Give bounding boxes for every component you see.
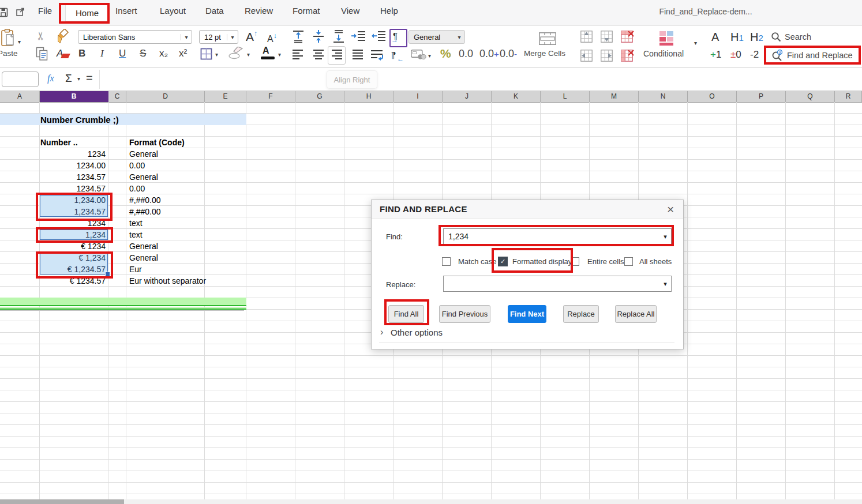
menu-insert[interactable]: Insert (115, 6, 137, 16)
background-color-dropdown-icon[interactable]: ▾ (247, 51, 250, 58)
style-neutral-button[interactable]: ±0 (730, 49, 741, 61)
cut-icon[interactable]: ✂ (34, 32, 47, 41)
all-sheets-checkbox[interactable] (624, 257, 633, 266)
column-header-r[interactable]: R (835, 91, 862, 102)
search-label[interactable]: Search (785, 32, 811, 42)
conditional-dropdown-icon[interactable]: ▾ (694, 40, 697, 46)
column-header-g[interactable]: G (295, 91, 344, 102)
insert-rows-below-icon[interactable] (601, 31, 613, 43)
font-name-combo[interactable]: Liberation Sans ▾ (78, 30, 192, 44)
borders-icon[interactable] (200, 48, 212, 60)
cell-d12[interactable]: text (129, 229, 256, 240)
left-to-right-icon[interactable]: ¶ → (393, 31, 398, 41)
center-horizontally-icon[interactable] (312, 48, 325, 61)
style-default-button[interactable]: A (711, 31, 719, 44)
search-icon[interactable] (771, 32, 781, 42)
column-header-d[interactable]: D (126, 91, 205, 102)
strikethrough-button[interactable]: S (140, 48, 146, 59)
find-previous-button[interactable]: Find Previous (439, 305, 490, 323)
currency-format-icon[interactable] (411, 50, 426, 60)
justify-icon[interactable] (351, 48, 365, 61)
menu-file[interactable]: File (38, 6, 52, 16)
style-heading1-button[interactable]: H1 (730, 31, 744, 44)
delete-columns-icon[interactable] (621, 50, 634, 62)
align-bottom-icon[interactable] (332, 29, 346, 43)
subscript-button[interactable]: x₂ (159, 48, 168, 59)
menu-format[interactable]: Format (293, 6, 320, 16)
replace-all-button[interactable]: Replace All (615, 305, 657, 323)
cell-b6[interactable]: 1234.00 (40, 160, 106, 171)
column-header-a[interactable]: A (0, 91, 40, 102)
center-vertically-icon[interactable] (312, 29, 325, 43)
replace-input[interactable]: ▾ (443, 276, 672, 292)
grow-font-icon[interactable]: A↑ (246, 29, 257, 44)
superscript-button[interactable]: x² (179, 48, 187, 59)
horizontal-scrollbar-track[interactable] (0, 499, 862, 504)
function-wizard-icon[interactable]: fx (47, 73, 54, 84)
delete-rows-icon[interactable] (621, 31, 634, 43)
right-to-left-icon[interactable]: ¶ ← (391, 50, 396, 60)
column-header-q[interactable]: Q (786, 91, 835, 102)
cell-d7[interactable]: General (129, 171, 256, 183)
name-box-input[interactable] (2, 72, 39, 87)
underline-button[interactable]: U (119, 48, 126, 59)
cell-d5[interactable]: General (129, 148, 256, 160)
insert-columns-after-icon[interactable] (601, 50, 613, 62)
add-decimal-icon[interactable]: 0.0+ (479, 48, 499, 60)
menu-review[interactable]: Review (245, 6, 273, 16)
sum-icon[interactable]: Σ (65, 72, 72, 85)
column-header-m[interactable]: M (590, 91, 639, 102)
style-good-button[interactable]: +1 (710, 49, 721, 61)
replace-button[interactable]: Replace (563, 305, 599, 323)
column-header-p[interactable]: P (737, 91, 786, 102)
align-right-icon[interactable] (329, 48, 343, 61)
conditional-label[interactable]: Conditional (643, 49, 684, 58)
column-header-b-selected[interactable]: B (40, 91, 108, 102)
other-options-expander[interactable]: Other options (391, 328, 443, 337)
horizontal-scrollbar-thumb[interactable] (0, 499, 124, 504)
number-format-dropdown-icon[interactable]: ▾ (454, 34, 464, 40)
menu-view[interactable]: View (341, 6, 359, 16)
copy-icon[interactable] (36, 47, 48, 61)
close-icon[interactable]: × (667, 202, 674, 216)
cell-d14[interactable]: General (129, 252, 256, 264)
column-header-e[interactable]: E (205, 91, 246, 102)
currency-dropdown-icon[interactable]: ▾ (428, 52, 431, 59)
menu-layout[interactable]: Layout (160, 6, 186, 16)
column-header-j[interactable]: J (443, 91, 492, 102)
match-case-checkbox[interactable] (442, 257, 451, 266)
borders-dropdown-icon[interactable]: ▾ (215, 51, 218, 58)
font-color-dropdown-icon[interactable]: ▾ (278, 51, 281, 58)
align-top-icon[interactable] (291, 29, 305, 43)
formula-input[interactable] (104, 71, 854, 87)
cell-d-header[interactable]: Format (Code) (129, 137, 256, 148)
align-left-icon[interactable] (291, 48, 305, 61)
percent-format-icon[interactable]: % (440, 47, 451, 61)
font-color-icon[interactable]: A (261, 46, 269, 56)
column-header-l[interactable]: L (541, 91, 590, 102)
find-next-button[interactable]: Find Next (508, 305, 546, 323)
style-heading2-button[interactable]: H2 (750, 31, 763, 44)
merge-cells-label[interactable]: Merge Cells (524, 49, 565, 58)
wrap-text-icon[interactable] (370, 48, 385, 62)
column-header-i[interactable]: I (393, 91, 443, 102)
save-icon[interactable] (0, 7, 8, 17)
document-title[interactable]: Find_and_Replace-dem... (651, 7, 760, 16)
insert-columns-before-icon[interactable] (580, 50, 593, 62)
shrink-font-icon[interactable]: A↓ (267, 32, 277, 44)
column-header-o[interactable]: O (688, 91, 737, 102)
delete-decimal-icon[interactable]: 0.0- (500, 48, 517, 60)
cell-d6[interactable]: 0.00 (129, 160, 256, 171)
cell-b-header[interactable]: Number .. (40, 137, 106, 148)
equals-icon[interactable]: = (86, 72, 93, 85)
number-format-combo[interactable]: General ▾ (408, 30, 465, 44)
column-header-k[interactable]: K (492, 91, 541, 102)
replace-dropdown-icon[interactable]: ▾ (659, 280, 671, 288)
cell-b5[interactable]: 1234 (40, 148, 106, 160)
cell-d9[interactable]: #,##0.00 (129, 194, 256, 206)
increase-indent-icon[interactable] (351, 29, 366, 43)
cell-d16[interactable]: Eur without separator (129, 275, 256, 287)
font-name-dropdown-icon[interactable]: ▾ (181, 34, 192, 40)
paste-dropdown-icon[interactable]: ▾ (18, 39, 21, 45)
column-header-c[interactable]: C (108, 91, 126, 102)
